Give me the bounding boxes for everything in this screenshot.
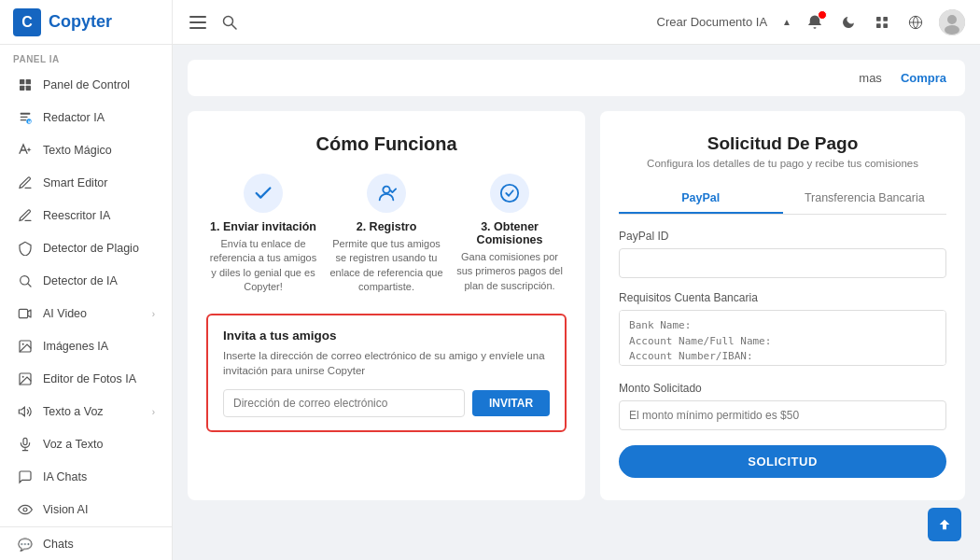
svg-rect-1 bbox=[26, 79, 31, 84]
voz-texto-icon bbox=[17, 436, 34, 453]
step-1-icon bbox=[244, 174, 283, 213]
tab-paypal[interactable]: PayPal bbox=[619, 184, 782, 214]
smart-editor-icon bbox=[17, 175, 34, 191]
sidebar-item-texto-voz[interactable]: Texto a Voz › bbox=[4, 396, 168, 427]
sidebar-item-redactor-ia[interactable]: IA Redactor IA bbox=[4, 102, 168, 133]
reescritor-ia-label: Reescritor IA bbox=[43, 209, 155, 222]
sidebar-item-smart-editor[interactable]: Smart Editor bbox=[4, 167, 168, 199]
svg-text:IA: IA bbox=[28, 119, 32, 124]
create-doc-label[interactable]: Crear Documento IA bbox=[657, 15, 768, 29]
svg-rect-27 bbox=[883, 23, 888, 28]
detector-plagio-label: Detector de Plagio bbox=[43, 242, 155, 255]
sidebar-item-voz-texto[interactable]: Voz a Texto bbox=[4, 428, 168, 460]
hamburger-icon[interactable] bbox=[188, 12, 208, 33]
paypal-id-input[interactable] bbox=[619, 248, 946, 278]
sidebar-item-editor-fotos[interactable]: Editor de Fotos IA bbox=[4, 363, 168, 395]
notification-bell-icon[interactable] bbox=[805, 12, 825, 33]
svg-point-15 bbox=[22, 376, 24, 378]
svg-rect-6 bbox=[21, 119, 27, 120]
sidebar-item-ia-chats[interactable]: IA Chats bbox=[4, 461, 168, 493]
svg-rect-5 bbox=[21, 117, 28, 118]
panel-label: PANEL IA bbox=[0, 45, 172, 68]
compra-btn[interactable]: Compra bbox=[901, 71, 946, 85]
sidebar-footer: 💬 Chats bbox=[0, 526, 172, 560]
texto-voz-label: Texto a Voz bbox=[43, 405, 152, 418]
caret-icon: ▲ bbox=[782, 17, 791, 27]
sidebar-item-chats[interactable]: 💬 Chats bbox=[4, 528, 168, 560]
step-1: 1. Enviar invitación Envía tu enlace de … bbox=[206, 174, 320, 295]
editor-fotos-icon bbox=[17, 371, 34, 387]
svg-point-31 bbox=[945, 25, 959, 35]
ia-chats-icon bbox=[17, 469, 34, 485]
solicitud-subtitle: Configura los detalles de tu pago y reci… bbox=[619, 158, 946, 169]
sidebar-footer-label: Chats bbox=[43, 538, 155, 551]
step-1-desc: Envía tu enlace de referencia a tus amig… bbox=[206, 237, 320, 295]
invite-box: Invita a tus amigos Inserte la dirección… bbox=[206, 314, 567, 432]
svg-point-32 bbox=[383, 187, 389, 193]
globe-icon[interactable] bbox=[905, 12, 926, 33]
solicitud-title: Solicitud De Pago bbox=[619, 133, 946, 154]
sidebar-item-panel-control[interactable]: Panel de Control bbox=[4, 69, 168, 101]
ai-video-icon bbox=[17, 305, 34, 322]
top-strip: mas Compra bbox=[188, 60, 965, 96]
svg-rect-24 bbox=[876, 17, 881, 21]
step-3-icon bbox=[490, 174, 529, 213]
sidebar-item-detector-ia[interactable]: Detector de IA bbox=[4, 265, 168, 297]
header-left bbox=[188, 12, 240, 33]
invite-button[interactable]: INVITAR bbox=[472, 390, 550, 416]
sidebar-item-vision-ai[interactable]: Vision AI bbox=[4, 494, 168, 525]
svg-point-33 bbox=[501, 185, 518, 202]
header: Crear Documento IA ▲ bbox=[173, 0, 980, 45]
bank-textarea[interactable] bbox=[619, 310, 946, 366]
svg-rect-0 bbox=[20, 79, 24, 84]
invite-desc: Inserte la dirección de correo electróni… bbox=[223, 348, 550, 378]
solicitud-button[interactable]: SOLICITUD bbox=[619, 445, 946, 478]
email-input[interactable] bbox=[223, 389, 465, 417]
svg-line-10 bbox=[28, 284, 31, 287]
imagenes-ia-label: Imágenes IA bbox=[43, 340, 155, 353]
sidebar-item-texto-magico[interactable]: Texto Mágico bbox=[4, 134, 168, 166]
sidebar-item-detector-plagio[interactable]: Detector de Plagio bbox=[4, 232, 168, 264]
content-area: mas Compra Cómo Funciona 1. Enviar invit… bbox=[173, 45, 980, 560]
sidebar: C Copyter PANEL IA Panel de Control IA R… bbox=[0, 0, 173, 560]
svg-rect-11 bbox=[19, 309, 27, 317]
grid-icon[interactable] bbox=[872, 12, 892, 33]
panel-control-label: Panel de Control bbox=[43, 78, 155, 91]
redactor-ia-label: Redactor IA bbox=[43, 111, 155, 124]
monto-label: Monto Solicitado bbox=[619, 382, 946, 395]
tab-transferencia[interactable]: Transferencia Bancaria bbox=[783, 184, 946, 214]
texto-voz-arrow: › bbox=[152, 407, 155, 417]
sidebar-nav: Panel de Control IA Redactor IA Texto Má… bbox=[0, 68, 172, 526]
moon-icon[interactable] bbox=[838, 12, 859, 33]
svg-rect-26 bbox=[876, 23, 881, 28]
svg-rect-19 bbox=[189, 16, 206, 18]
como-funciona-title: Cómo Funciona bbox=[206, 133, 567, 155]
svg-rect-21 bbox=[189, 27, 206, 29]
svg-rect-17 bbox=[23, 438, 27, 444]
avatar[interactable] bbox=[939, 9, 965, 35]
ia-chats-label: IA Chats bbox=[43, 470, 155, 483]
svg-point-18 bbox=[23, 508, 27, 511]
mas-btn[interactable]: mas bbox=[859, 71, 882, 85]
svg-rect-20 bbox=[189, 21, 206, 23]
vision-ai-icon bbox=[17, 501, 34, 518]
smart-editor-label: Smart Editor bbox=[43, 176, 155, 189]
step-2-desc: Permite que tus amigos se registren usan… bbox=[329, 237, 443, 295]
header-right: Crear Documento IA ▲ bbox=[657, 9, 965, 35]
ai-video-label: AI Video bbox=[43, 307, 152, 320]
sidebar-item-imagenes-ia[interactable]: Imágenes IA bbox=[4, 330, 168, 362]
svg-rect-4 bbox=[21, 113, 31, 115]
redactor-ia-icon: IA bbox=[17, 109, 34, 126]
texto-voz-icon bbox=[17, 403, 34, 420]
step-3-num: 3. Obtener Comisiones bbox=[453, 220, 567, 246]
search-icon[interactable] bbox=[219, 12, 240, 33]
monto-input[interactable] bbox=[619, 400, 946, 430]
sidebar-item-reescritor-ia[interactable]: Reescritor IA bbox=[4, 200, 168, 231]
step-3-desc: Gana comisiones por sus primeros pagos d… bbox=[453, 250, 567, 293]
scroll-top-button[interactable] bbox=[928, 508, 961, 541]
svg-rect-3 bbox=[26, 86, 31, 91]
bank-label: Requisitos Cuenta Bancaria bbox=[619, 291, 946, 304]
two-col-section: Cómo Funciona 1. Enviar invitación Envía… bbox=[188, 111, 965, 500]
svg-rect-25 bbox=[883, 17, 888, 21]
sidebar-item-ai-video[interactable]: AI Video › bbox=[4, 298, 168, 329]
